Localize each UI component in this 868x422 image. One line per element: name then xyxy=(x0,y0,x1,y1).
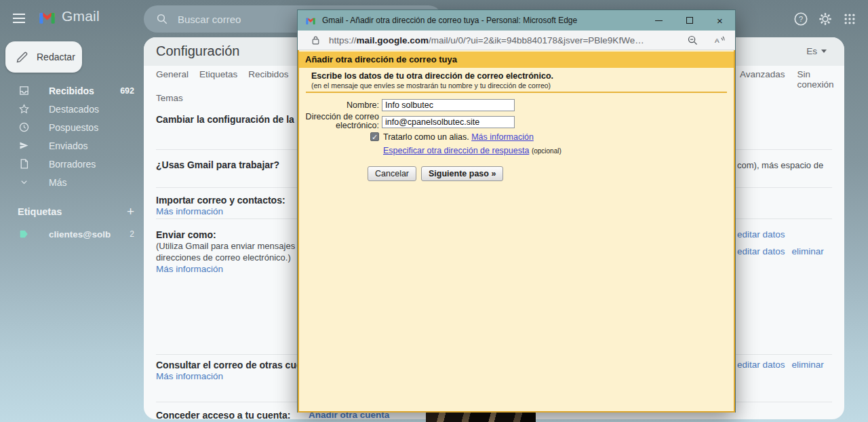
url-scheme: https:// xyxy=(329,35,357,45)
send-as-desc-2: direcciones de correo electrónico.) xyxy=(156,252,291,263)
apps-grid-icon[interactable] xyxy=(841,10,859,28)
page-title: Configuración xyxy=(156,43,239,59)
sidebar-item-label: Pospuestos xyxy=(49,122,115,133)
draft-icon xyxy=(18,158,30,170)
gmail-favicon xyxy=(305,15,316,26)
sidebar-item-enviados[interactable]: Enviados xyxy=(0,136,144,155)
sidebar-label-clientes[interactable]: clientes@solbutec... 2 xyxy=(0,225,144,243)
unread-count: 692 xyxy=(120,86,134,96)
optional-note: (opcional) xyxy=(532,147,561,155)
settings-tabs: General Etiquetas Recibidos Cue xyxy=(156,69,317,85)
send-as-more-info-link[interactable]: Más información xyxy=(156,264,223,274)
next-step-button[interactable]: Siguiente paso » xyxy=(421,166,503,181)
sidebar-item-label: Recibidos xyxy=(49,85,101,96)
delete-link[interactable]: eliminar xyxy=(792,246,824,256)
labels-header: Etiquetas + xyxy=(0,204,144,220)
check-mail-more-info-link[interactable]: Más información xyxy=(156,371,223,381)
url-path: /mail/u/0/?ui=2&ik=94bb840178&jsver=PBle… xyxy=(429,35,644,45)
cancel-button[interactable]: Cancelar xyxy=(368,166,416,181)
label-count: 2 xyxy=(130,229,134,239)
sidebar-item-label: Enviados xyxy=(49,140,115,151)
settings-tabs-right: Avanzadas Sin conexión xyxy=(740,69,844,95)
zoom-out-icon[interactable] xyxy=(682,31,703,49)
sidebar-item-mas[interactable]: Más xyxy=(0,173,144,191)
edit-data-link[interactable]: editar datos xyxy=(737,246,785,256)
sidebar-item-borradores[interactable]: Borradores xyxy=(0,155,144,173)
edge-popup-window: Gmail - Añadir otra dirección de correo … xyxy=(297,9,736,413)
maximize-button[interactable] xyxy=(674,10,705,31)
alias-row: Tratarlo como un alias. Más información xyxy=(383,132,534,142)
popup-webview: Añadir otra dirección de correo tuya Esc… xyxy=(298,50,735,413)
import-more-info-link[interactable]: Más información xyxy=(156,206,223,216)
tab-general[interactable]: General xyxy=(156,69,189,85)
language-value: Es xyxy=(806,46,817,56)
row-check-mail-title: Consultar el correo de otras cuentas xyxy=(156,360,321,370)
chevron-down-icon xyxy=(18,176,30,189)
reply-row: Especificar otra dirección de respuesta … xyxy=(383,146,561,155)
alias-checkbox[interactable]: ✓ xyxy=(370,132,379,141)
pencil-icon xyxy=(16,51,28,63)
caret-down-icon xyxy=(821,50,827,53)
read-aloud-icon[interactable]: A xyxy=(709,31,730,49)
sidebar-item-label: Más xyxy=(49,177,115,188)
help-icon[interactable]: ? xyxy=(792,10,810,28)
window-controls: × xyxy=(644,10,735,31)
edit-data-link[interactable]: editar datos xyxy=(737,360,785,370)
search-placeholder: Buscar correo xyxy=(178,14,241,25)
brand-text: Gmail xyxy=(62,8,100,24)
dialog-intro-small: (en el mensaje que envíes se mostrarán t… xyxy=(311,81,551,90)
maximize-icon xyxy=(686,17,693,24)
popup-window-title: Gmail - Añadir otra dirección de correo … xyxy=(322,16,577,25)
labels-header-text: Etiquetas xyxy=(18,206,62,217)
compose-button[interactable]: Redactar xyxy=(5,41,82,73)
tab-sin-conexion[interactable]: Sin conexión xyxy=(797,69,844,95)
sidebar-item-recibidos[interactable]: Recibidos 692 xyxy=(0,81,144,100)
send-as-edit-link[interactable]: editar datos xyxy=(737,229,785,239)
delete-link[interactable]: eliminar xyxy=(792,360,824,370)
minimize-button[interactable] xyxy=(644,10,674,31)
gold-divider xyxy=(306,92,727,93)
specify-reply-link[interactable]: Especificar otra dirección de respuesta xyxy=(383,146,529,155)
menu-icon[interactable] xyxy=(11,10,27,26)
tab-etiquetas[interactable]: Etiquetas xyxy=(199,69,237,85)
svg-text:A: A xyxy=(715,37,719,44)
email-label-line2: electrónico: xyxy=(299,121,379,130)
dialog-buttons: Cancelar Siguiente paso » xyxy=(368,166,503,181)
sidebar-item-pospuestos[interactable]: Pospuestos xyxy=(0,118,144,136)
alias-more-info-link[interactable]: Más información xyxy=(471,132,534,142)
lock-icon[interactable] xyxy=(311,35,320,45)
url-text: https://mail.google.com/mail/u/0/?ui=2&i… xyxy=(329,35,644,45)
name-label: Nombre: xyxy=(299,101,379,110)
tab-temas[interactable]: Temas xyxy=(156,93,183,103)
gmail-app: Gmail Buscar correo ? Redactar Recibidos… xyxy=(0,0,868,422)
popup-url-bar[interactable]: https://mail.google.com/mail/u/0/?ui=2&i… xyxy=(298,31,735,50)
gear-icon[interactable] xyxy=(816,10,834,28)
name-input[interactable] xyxy=(382,99,515,111)
sidebar-item-destacados[interactable]: Destacados xyxy=(0,100,144,118)
email-input[interactable] xyxy=(382,116,515,128)
send-as-edit-row: editar datos eliminar xyxy=(737,246,824,256)
row-grant-access-title: Conceder acceso a tu cuenta: xyxy=(156,410,290,419)
tab-recibidos[interactable]: Recibidos xyxy=(248,69,288,85)
alias-label: Tratarlo como un alias. xyxy=(383,132,469,142)
url-host: mail.google.com xyxy=(357,35,429,45)
add-label-icon[interactable]: + xyxy=(127,204,134,219)
tag-icon xyxy=(18,228,30,240)
close-button[interactable]: × xyxy=(705,10,735,31)
row-import-title: Importar correo y contactos: xyxy=(156,195,285,206)
row-work-fragment: com), más espacio de xyxy=(737,160,823,170)
row-work-title: ¿Usas Gmail para trabajar? xyxy=(156,159,279,170)
check-mail-edit-row: editar datos eliminar xyxy=(737,360,824,370)
checkmark-icon: ✓ xyxy=(372,133,378,141)
popup-titlebar[interactable]: Gmail - Añadir otra dirección de correo … xyxy=(298,10,735,31)
row-send-as-title: Enviar como: xyxy=(156,229,216,240)
search-icon xyxy=(156,13,168,25)
label-name: clientes@solbutec... xyxy=(49,229,111,239)
url-bar-icons: A xyxy=(682,31,730,49)
sidebar-nav: Recibidos 692 Destacados Pospuestos Envi… xyxy=(0,81,144,191)
tab-avanzadas[interactable]: Avanzadas xyxy=(740,69,785,95)
gmail-logo: Gmail xyxy=(38,8,100,24)
background-photo-fragment xyxy=(426,412,536,422)
language-selector[interactable]: Es xyxy=(806,46,827,56)
send-icon xyxy=(18,140,30,152)
